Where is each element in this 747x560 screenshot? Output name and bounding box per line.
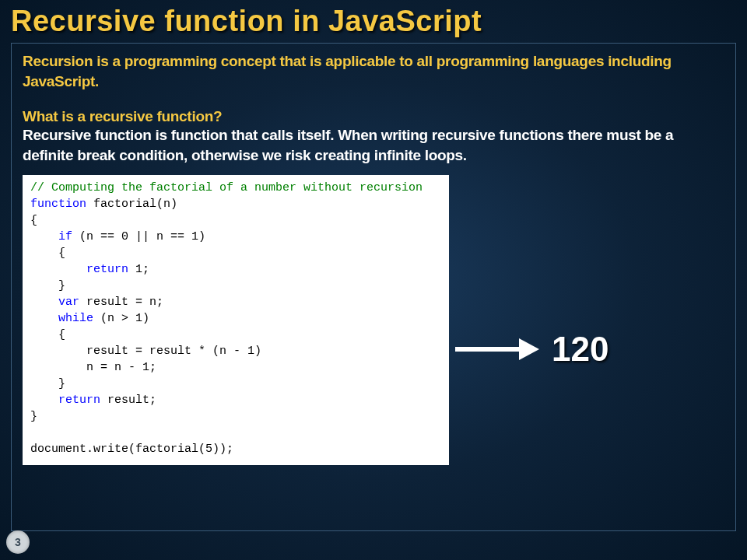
code-text: } xyxy=(30,377,65,390)
code-kw: return xyxy=(30,394,100,407)
question-heading: What is a recursive function? xyxy=(23,108,724,125)
result-row: 120 xyxy=(455,330,608,369)
code-kw: if xyxy=(30,230,72,243)
answer-text: Recursive function is function that call… xyxy=(23,125,724,165)
code-kw: return xyxy=(30,263,128,276)
code-text: result = result * (n - 1) xyxy=(30,345,261,358)
code-comment: // Computing the factorial of a number w… xyxy=(30,181,423,194)
result-value: 120 xyxy=(552,330,608,369)
code-text: } xyxy=(30,410,37,423)
code-text: } xyxy=(30,279,65,292)
code-text: (n == 0 || n == 1) xyxy=(72,230,205,243)
page-number-badge: 3 xyxy=(6,530,30,554)
code-kw: function xyxy=(30,198,86,211)
slide-title: Recursive function in JavaScript xyxy=(0,0,747,41)
code-block: // Computing the factorial of a number w… xyxy=(23,175,449,465)
arrow-icon xyxy=(455,338,541,360)
code-text: result; xyxy=(100,394,156,407)
code-kw: var xyxy=(30,296,79,309)
code-text: factorial(n) xyxy=(86,198,177,211)
code-text: (n > 1) xyxy=(93,312,149,325)
code-text: n = n - 1; xyxy=(30,361,156,374)
code-kw: while xyxy=(30,312,93,325)
code-text: document.write(factorial(5)); xyxy=(30,443,233,456)
code-text: 1; xyxy=(128,263,149,276)
content-box: Recursion is a programming concept that … xyxy=(11,43,736,531)
code-text: { xyxy=(30,328,65,341)
code-text: { xyxy=(30,214,37,227)
code-text: { xyxy=(30,247,65,260)
code-text: result = n; xyxy=(79,296,163,309)
intro-text: Recursion is a programming concept that … xyxy=(23,51,724,91)
